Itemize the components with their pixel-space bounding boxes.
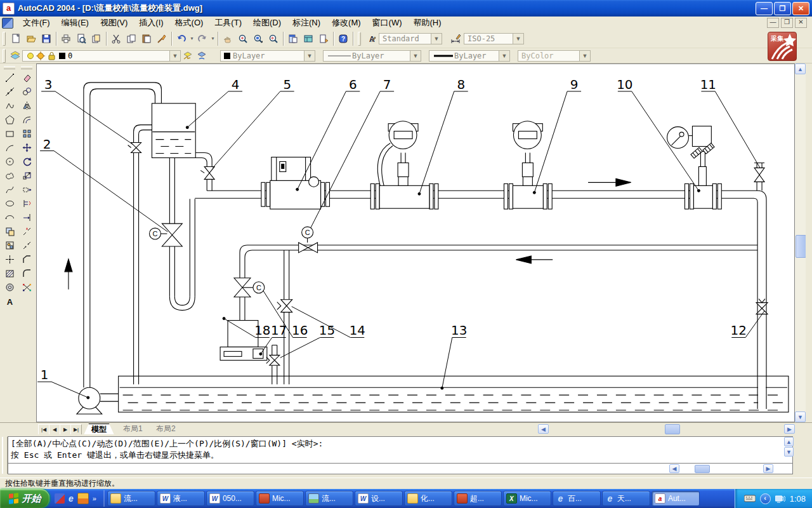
media-player-icon[interactable] (77, 493, 89, 504)
taskbar-task-ie[interactable]: e天... (602, 491, 650, 506)
dim-style-combo[interactable]: ISO-25 ▼ (464, 33, 524, 44)
menu-item-insert[interactable]: 插入(I) (133, 16, 169, 30)
display-status-icon[interactable] (775, 495, 785, 503)
chevron-down-icon[interactable]: ▼ (304, 51, 315, 61)
hscroll-right-icon[interactable]: ▶ (784, 424, 795, 434)
paste-button[interactable] (139, 31, 154, 46)
array-tool-icon[interactable] (19, 126, 34, 140)
tool-palettes-button[interactable] (316, 31, 331, 46)
polygon-tool-icon[interactable] (2, 112, 17, 126)
zoom-realtime-button[interactable] (235, 31, 251, 46)
taskbar-task-ie[interactable]: e百... (553, 491, 601, 506)
minimize-button[interactable]: — (756, 2, 773, 15)
command-vscrollbar[interactable]: ▲ ▼ (784, 437, 794, 462)
extend-tool-icon[interactable] (19, 210, 34, 224)
taskbar-task-image[interactable]: 流... (305, 491, 353, 506)
command-history[interactable]: [全部(A)/中心点(C)/动态(D)/范围(E)/上一个(P)/比例(S)/窗… (8, 436, 793, 463)
tab-model[interactable]: 模型 (84, 424, 114, 435)
scroll-down-icon[interactable]: ▼ (795, 411, 806, 422)
chevron-more-icon[interactable]: » (93, 495, 96, 502)
taskbar-task-word[interactable]: W液... (157, 491, 205, 506)
move-tool-icon[interactable] (19, 140, 34, 154)
child-minimize-button[interactable]: — (767, 18, 779, 28)
chevron-down-icon[interactable]: ▼ (410, 51, 421, 61)
taskbar-task-folder[interactable]: 化... (404, 491, 452, 506)
clock[interactable]: 1:08 (790, 494, 806, 504)
tab-first-icon[interactable]: |◀ (38, 424, 49, 435)
tab-last-icon[interactable]: ▶| (70, 424, 82, 435)
undo-button[interactable] (174, 31, 189, 46)
chamfer-tool-icon[interactable] (19, 252, 34, 266)
child-close-button[interactable]: ✕ (795, 18, 807, 28)
tab-next-icon[interactable]: ▶ (60, 424, 71, 435)
region-tool-icon[interactable] (2, 280, 17, 294)
hscroll-thumb[interactable] (665, 424, 680, 434)
make-block-tool-icon[interactable] (2, 238, 17, 252)
menu-item-edit[interactable]: 编辑(E) (56, 16, 95, 30)
undo-dropdown-icon[interactable]: ▾ (189, 36, 195, 41)
menu-item-format[interactable]: 格式(O) (169, 16, 209, 30)
explode-tool-icon[interactable] (19, 280, 34, 294)
cut-icon[interactable] (108, 31, 124, 46)
menu-item-view[interactable]: 视图(V) (95, 16, 133, 30)
capture-tool-logo[interactable]: 采集 (768, 32, 797, 61)
erase-tool-icon[interactable] (19, 70, 34, 84)
layer-previous-button[interactable] (181, 50, 195, 62)
menu-item-dimension[interactable]: 标注(N) (287, 16, 326, 30)
tab-prev-icon[interactable]: ◀ (49, 424, 60, 435)
hscroll-right-icon[interactable]: ▶ (763, 464, 773, 473)
drawing-canvas[interactable]: C (36, 64, 795, 422)
pan-button[interactable] (220, 31, 235, 46)
fillet-tool-icon[interactable] (19, 266, 34, 280)
insert-block-tool-icon[interactable] (2, 224, 17, 238)
scroll-up-icon[interactable]: ▲ (784, 437, 794, 446)
taskbar-task-app[interactable]: 超... (454, 491, 502, 506)
taskbar-task-word[interactable]: W设... (355, 491, 403, 506)
mirror-tool-icon[interactable] (19, 98, 34, 112)
linetype-combo[interactable]: ByLayer ▼ (323, 50, 421, 62)
text-style-combo[interactable]: Standard ▼ (379, 33, 442, 44)
ellipse-tool-icon[interactable] (2, 196, 17, 210)
keyboard-icon[interactable] (744, 495, 756, 502)
chevron-down-icon[interactable]: ▼ (169, 51, 180, 61)
restore-button[interactable]: ❐ (774, 2, 791, 15)
spline-tool-icon[interactable] (2, 182, 17, 196)
menu-item-file[interactable]: 文件(F) (17, 16, 56, 30)
menu-item-help[interactable]: 帮助(H) (408, 16, 447, 30)
save-button[interactable] (39, 31, 54, 46)
hscroll-left-icon[interactable]: ◀ (538, 424, 549, 434)
toolbar-grip[interactable] (3, 49, 6, 63)
scale-tool-icon[interactable] (19, 168, 34, 182)
rectangle-tool-icon[interactable] (2, 126, 17, 140)
publish-button[interactable] (89, 31, 104, 46)
chevron-down-icon[interactable]: ▼ (513, 34, 523, 44)
arc-tool-icon[interactable] (2, 140, 17, 154)
internet-explorer-icon[interactable]: e (69, 493, 74, 504)
menu-item-tools[interactable]: 工具(T) (209, 16, 247, 30)
hscroll-left-icon[interactable]: ◀ (669, 464, 679, 473)
menu-item-draw[interactable]: 绘图(D) (247, 16, 287, 30)
tab-layout1[interactable]: 布局1 (115, 424, 150, 434)
menu-item-window[interactable]: 窗口(W) (367, 16, 408, 30)
point-tool-icon[interactable] (2, 252, 17, 266)
close-button[interactable]: ✕ (792, 2, 809, 15)
revision-cloud-tool-icon[interactable] (2, 168, 17, 182)
taskbar-task-app[interactable]: Mic... (256, 491, 304, 506)
plot-preview-button[interactable] (74, 31, 89, 46)
offset-tool-icon[interactable] (19, 112, 34, 126)
hatch-tool-icon[interactable] (2, 266, 17, 280)
toolbar-grip[interactable] (358, 32, 361, 46)
copy-object-tool-icon[interactable] (19, 84, 34, 98)
taskbar-task-folder[interactable]: 流... (107, 491, 155, 506)
menu-item-modify[interactable]: 修改(M) (326, 16, 367, 30)
taskbar-task-excel[interactable]: XMic... (503, 491, 551, 506)
match-properties-button[interactable] (154, 31, 169, 46)
new-button[interactable] (8, 31, 23, 46)
break-at-point-tool-icon[interactable] (19, 224, 34, 238)
line-tool-icon[interactable] (2, 70, 17, 84)
circle-tool-icon[interactable] (2, 154, 17, 168)
chevron-down-icon[interactable]: ▼ (499, 51, 509, 61)
scroll-down-icon[interactable]: ▼ (784, 447, 794, 457)
designcenter-button[interactable] (301, 31, 316, 46)
construction-line-tool-icon[interactable] (2, 84, 17, 98)
